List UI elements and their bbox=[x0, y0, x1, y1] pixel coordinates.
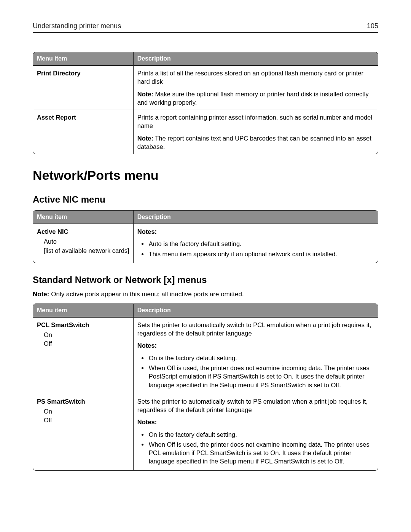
menu-item-title: PS SmartSwitch bbox=[37, 397, 129, 406]
list-item: When Off is used, the printer does not e… bbox=[148, 440, 374, 466]
description-cell: Sets the printer to automatically switch… bbox=[133, 394, 378, 470]
active-nic-table: Menu item Description Active NIC Auto [l… bbox=[33, 210, 378, 263]
menu-item-options: Auto [list of available network cards] bbox=[44, 237, 129, 255]
list-item: On is the factory default setting. bbox=[148, 430, 374, 439]
table-header-row: Menu item Description bbox=[33, 304, 378, 317]
menu-item-cell: PS SmartSwitch On Off bbox=[33, 394, 133, 470]
note-text: Only active ports appear in this menu; a… bbox=[49, 291, 244, 298]
table-row: Print Directory Prints a list of all the… bbox=[33, 66, 378, 110]
description-cell: Prints a list of all the resources store… bbox=[133, 66, 378, 110]
subsection-standard-network: Standard Network or Network [x] menus bbox=[33, 275, 378, 285]
menu-item-options: On Off bbox=[44, 331, 129, 348]
menu-item-title: Asset Report bbox=[37, 113, 129, 121]
notes-list: On is the factory default setting. When … bbox=[137, 354, 374, 389]
col-header-description: Description bbox=[133, 211, 378, 224]
col-header-description: Description bbox=[133, 304, 378, 317]
col-header-menu-item: Menu item bbox=[33, 304, 133, 317]
subsection-active-nic: Active NIC menu bbox=[33, 194, 378, 205]
description-text: Sets the printer to automatically switch… bbox=[137, 321, 374, 338]
option: On bbox=[44, 407, 129, 415]
option: Auto bbox=[44, 237, 129, 246]
menu-item-title: PCL SmartSwitch bbox=[37, 321, 129, 329]
notes-label: Notes: bbox=[137, 419, 157, 425]
note-line: Note: The report contains text and UPC b… bbox=[137, 134, 374, 151]
col-header-description: Description bbox=[133, 52, 378, 66]
description-text: Prints a report containing printer asset… bbox=[137, 113, 374, 130]
notes-label: Notes: bbox=[137, 342, 157, 349]
table-header-row: Menu item Description bbox=[33, 211, 378, 224]
note-label: Note: bbox=[137, 91, 153, 97]
list-item: Auto is the factory default setting. bbox=[148, 240, 374, 248]
col-header-menu-item: Menu item bbox=[33, 211, 133, 224]
list-item: On is the factory default setting. bbox=[148, 354, 374, 362]
menu-item-cell: Asset Report bbox=[33, 110, 133, 154]
note-text: The report contains text and UPC barcode… bbox=[137, 135, 371, 150]
notes-label: Notes: bbox=[137, 228, 157, 235]
breadcrumb: Understanding printer menus bbox=[33, 22, 121, 30]
option: Off bbox=[44, 416, 129, 424]
description-text: Prints a list of all the resources store… bbox=[137, 69, 374, 86]
table-header-row: Menu item Description bbox=[33, 52, 378, 66]
list-item: When Off is used, the printer does not e… bbox=[148, 364, 374, 389]
menu-item-title: Active NIC bbox=[37, 227, 129, 236]
list-item: This menu item appears only if an option… bbox=[148, 250, 374, 258]
menu-item-title: Print Directory bbox=[37, 69, 129, 77]
menu-item-options: On Off bbox=[44, 407, 129, 425]
table-row: PCL SmartSwitch On Off Sets the printer … bbox=[33, 317, 378, 394]
option: [list of available network cards] bbox=[44, 246, 129, 255]
reports-table: Menu item Description Print Directory Pr… bbox=[33, 52, 378, 154]
page-header: Understanding printer menus 105 bbox=[33, 22, 378, 33]
table-row: Asset Report Prints a report containing … bbox=[33, 110, 378, 154]
description-cell: Prints a report containing printer asset… bbox=[133, 110, 378, 154]
table-row: PS SmartSwitch On Off Sets the printer t… bbox=[33, 394, 378, 470]
option: Off bbox=[44, 339, 129, 348]
menu-item-cell: Print Directory bbox=[33, 66, 133, 110]
option: On bbox=[44, 331, 129, 339]
description-cell: Notes: Auto is the factory default setti… bbox=[133, 224, 378, 263]
standard-network-table: Menu item Description PCL SmartSwitch On… bbox=[33, 304, 378, 471]
intro-note: Note: Only active ports appear in this m… bbox=[33, 291, 378, 298]
note-line: Note: Make sure the optional flash memor… bbox=[137, 90, 374, 107]
notes-list: On is the factory default setting. When … bbox=[137, 430, 374, 466]
col-header-menu-item: Menu item bbox=[33, 52, 133, 66]
note-label: Note: bbox=[137, 135, 153, 142]
note-text: Make sure the optional flash memory or p… bbox=[137, 91, 369, 106]
description-cell: Sets the printer to automatically switch… bbox=[133, 317, 378, 394]
note-label: Note: bbox=[33, 291, 49, 298]
page-number: 105 bbox=[367, 22, 378, 30]
description-text: Sets the printer to automatically switch… bbox=[137, 397, 374, 414]
table-row: Active NIC Auto [list of available netwo… bbox=[33, 224, 378, 263]
section-title: Network/Ports menu bbox=[33, 168, 378, 183]
menu-item-cell: Active NIC Auto [list of available netwo… bbox=[33, 224, 133, 263]
menu-item-cell: PCL SmartSwitch On Off bbox=[33, 317, 133, 394]
notes-list: Auto is the factory default setting. Thi… bbox=[137, 240, 374, 258]
